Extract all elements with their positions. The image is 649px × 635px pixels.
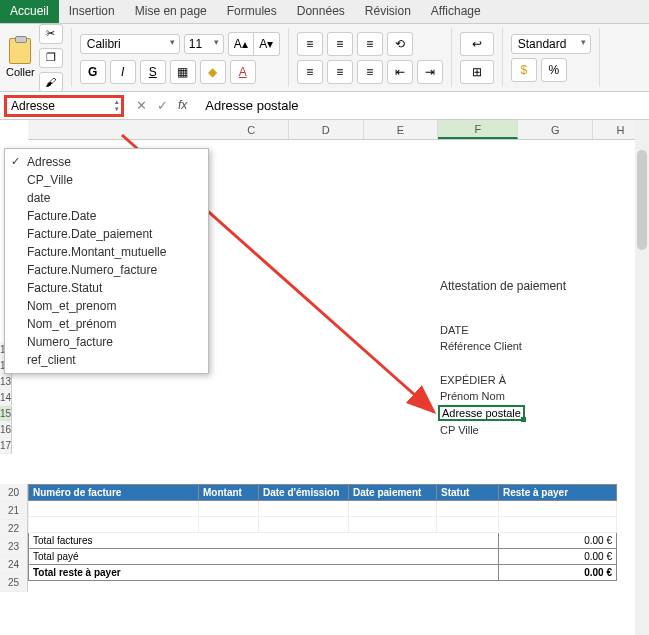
table-header: Date d'émission: [259, 485, 349, 501]
underline-button[interactable]: S: [140, 60, 166, 84]
cut-button[interactable]: ✂: [39, 24, 63, 44]
formula-input[interactable]: Adresse postale: [199, 98, 649, 113]
formula-bar: Adresse ▴▾ ✕ ✓ fx Adresse postale: [0, 92, 649, 120]
align-center-button[interactable]: ≡: [327, 60, 353, 84]
table-cell[interactable]: [499, 501, 617, 517]
name-option[interactable]: Facture.Date_paiement: [5, 225, 208, 243]
align-right-button[interactable]: ≡: [357, 60, 383, 84]
row-header-25[interactable]: 25: [0, 574, 28, 592]
table-cell[interactable]: [259, 517, 349, 533]
vertical-scrollbar[interactable]: [635, 120, 649, 635]
font-name-select[interactable]: Calibri: [80, 34, 180, 54]
align-left-button[interactable]: ≡: [297, 60, 323, 84]
table-cell[interactable]: [29, 517, 199, 533]
fill-color-button[interactable]: ◆: [200, 60, 226, 84]
align-middle-button[interactable]: ≡: [327, 32, 353, 56]
table-cell[interactable]: [349, 501, 437, 517]
table-cell[interactable]: [259, 501, 349, 517]
name-option[interactable]: Facture.Numero_facture: [5, 261, 208, 279]
name-option[interactable]: Nom_et_prenom: [5, 297, 208, 315]
fx-icon[interactable]: fx: [178, 98, 187, 113]
row-header-24[interactable]: 24: [0, 556, 28, 574]
merge-button[interactable]: ⊞: [460, 60, 494, 84]
tab-données[interactable]: Données: [287, 0, 355, 23]
font-group: Calibri 11 A▴ A▾ G I S ▦ ◆ A: [80, 28, 289, 87]
tab-formules[interactable]: Formules: [217, 0, 287, 23]
table-cell[interactable]: [499, 517, 617, 533]
table-cell[interactable]: [199, 517, 259, 533]
wrap-merge-group: ↩ ⊞: [460, 28, 503, 87]
name-option[interactable]: ref_client: [5, 351, 208, 369]
row-header-13[interactable]: 13: [0, 374, 12, 390]
indent-decrease-button[interactable]: ⇤: [387, 60, 413, 84]
wrap-text-button[interactable]: ↩: [460, 32, 494, 56]
name-option[interactable]: CP_Ville: [5, 171, 208, 189]
total-value: 0.00 €: [499, 565, 617, 581]
tab-affichage[interactable]: Affichage: [421, 0, 491, 23]
name-box[interactable]: Adresse ▴▾: [4, 95, 124, 117]
tab-mise en page[interactable]: Mise en page: [125, 0, 217, 23]
tab-révision[interactable]: Révision: [355, 0, 421, 23]
col-header-G[interactable]: G: [518, 120, 593, 139]
name-option[interactable]: Adresse: [5, 153, 208, 171]
row-header-20[interactable]: 20: [0, 484, 28, 502]
row-header-23[interactable]: 23: [0, 538, 28, 556]
decrease-font-button[interactable]: A▾: [254, 32, 280, 56]
name-option[interactable]: Facture.Date: [5, 207, 208, 225]
name-option[interactable]: Nom_et_prénom: [5, 315, 208, 333]
table-header: Statut: [437, 485, 499, 501]
align-bottom-button[interactable]: ≡: [357, 32, 383, 56]
total-value: 0.00 €: [499, 533, 617, 549]
align-top-button[interactable]: ≡: [297, 32, 323, 56]
selected-cell[interactable]: Adresse postale: [438, 405, 525, 421]
row-header-17[interactable]: 17: [0, 438, 12, 454]
total-label: Total reste à payer: [29, 565, 499, 581]
table-cell[interactable]: [437, 517, 499, 533]
alignment-group: ≡ ≡ ≡ ⟲ ≡ ≡ ≡ ⇤ ⇥: [297, 28, 452, 87]
currency-button[interactable]: $: [511, 58, 537, 82]
name-option[interactable]: Facture.Statut: [5, 279, 208, 297]
number-format-select[interactable]: Standard: [511, 34, 591, 54]
orientation-button[interactable]: ⟲: [387, 32, 413, 56]
copy-button[interactable]: ❐: [39, 48, 63, 68]
col-header-C[interactable]: C: [214, 120, 289, 139]
table-cell[interactable]: [349, 517, 437, 533]
row-header-15[interactable]: 15: [0, 406, 12, 422]
col-header-D[interactable]: D: [289, 120, 364, 139]
percent-button[interactable]: %: [541, 58, 567, 82]
cell-nom: Prénom Nom: [440, 390, 505, 402]
name-option[interactable]: Numero_facture: [5, 333, 208, 351]
table-cell[interactable]: [199, 501, 259, 517]
increase-font-button[interactable]: A▴: [228, 32, 254, 56]
col-header-E[interactable]: E: [364, 120, 439, 139]
font-size-select[interactable]: 11: [184, 34, 224, 54]
table-cell[interactable]: [29, 501, 199, 517]
cancel-icon[interactable]: ✕: [136, 98, 147, 113]
bold-button[interactable]: G: [80, 60, 106, 84]
ribbon: Coller ✂ ❐ 🖌 Calibri 11 A▴ A▾ G I S ▦ ◆ …: [0, 24, 649, 92]
name-box-stepper[interactable]: ▴▾: [115, 98, 119, 112]
font-color-button[interactable]: A: [230, 60, 256, 84]
border-button[interactable]: ▦: [170, 60, 196, 84]
confirm-icon[interactable]: ✓: [157, 98, 168, 113]
name-option[interactable]: date: [5, 189, 208, 207]
format-painter-button[interactable]: 🖌: [39, 72, 63, 92]
table-cell[interactable]: [437, 501, 499, 517]
row-header-22[interactable]: 22: [0, 520, 28, 538]
col-header-F[interactable]: F: [438, 120, 518, 139]
italic-button[interactable]: I: [110, 60, 136, 84]
name-option[interactable]: Facture.Montant_mutuelle: [5, 243, 208, 261]
row-header-21[interactable]: 21: [0, 502, 28, 520]
table-header: Reste à payer: [499, 485, 617, 501]
paste-label: Coller: [6, 66, 35, 78]
row-header-16[interactable]: 16: [0, 422, 12, 438]
name-dropdown[interactable]: AdresseCP_VilledateFacture.DateFacture.D…: [4, 148, 209, 374]
cell-cp: CP Ville: [440, 424, 479, 436]
clipboard-icon: [9, 38, 31, 64]
table-header: Date paiement: [349, 485, 437, 501]
indent-increase-button[interactable]: ⇥: [417, 60, 443, 84]
row-header-14[interactable]: 14: [0, 390, 12, 406]
paste-button[interactable]: Coller: [6, 38, 35, 78]
tab-insertion[interactable]: Insertion: [59, 0, 125, 23]
tab-accueil[interactable]: Accueil: [0, 0, 59, 23]
